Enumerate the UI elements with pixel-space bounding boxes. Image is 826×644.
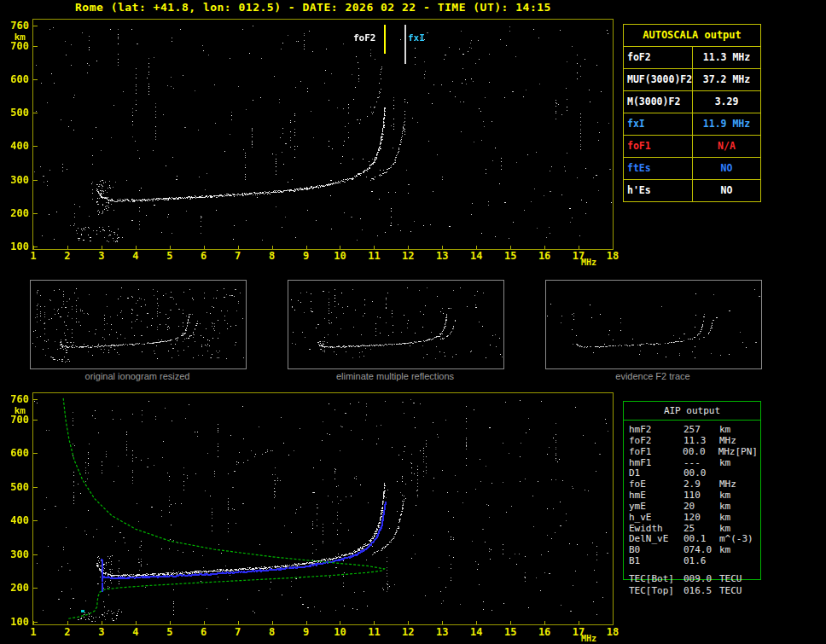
row-label: hmE (624, 490, 683, 502)
row-value: NO (693, 180, 760, 201)
x-axis-tick: 14 (462, 627, 490, 638)
row-unit: MHz (713, 436, 736, 447)
x-axis-tick: 6 (190, 627, 218, 638)
row-value: 11.3 MHz (693, 47, 760, 68)
table-row: foF1N/A (624, 136, 760, 158)
row-value: 11.3 (683, 436, 713, 447)
autoscala-table-title: AUTOSCALA output (624, 25, 760, 47)
x-axis-tick: 7 (224, 627, 252, 638)
x-axis-tick: 8 (259, 251, 286, 262)
x-axis-tick: 4 (122, 251, 149, 262)
y-axis-tick: 200 (0, 582, 29, 594)
y-axis-tick: 100 (0, 616, 29, 628)
row-unit: km (713, 490, 730, 502)
row-label: foF2 (624, 436, 683, 447)
aip-output-table: AIP output hmF2257kmfoF211.3MHzfoF100.0M… (623, 401, 761, 580)
thumbnail-caption-original: original ionogram resized (30, 371, 245, 381)
y-axis-tick: 600 (0, 73, 29, 85)
table-row: foF211.3 MHz (624, 47, 760, 69)
row-unit: km (713, 502, 730, 513)
x-axis-tick: 11 (360, 251, 387, 262)
table-row: ftEsNO (624, 158, 760, 180)
table-row: h'EsNO (624, 180, 760, 201)
row-label: h'Es (624, 180, 693, 201)
fof2-marker-label: foF2 (353, 33, 376, 44)
x-axis-tick: 4 (122, 627, 149, 638)
aip-table-title: AIP output (624, 402, 760, 421)
x-axis-tick: 12 (394, 627, 422, 638)
fxi-marker-label: fxI (408, 33, 425, 44)
row-value: 016.5 (683, 586, 713, 597)
x-axis-tick: 5 (156, 251, 183, 262)
x-axis-tick: 18 (599, 627, 626, 638)
y-axis-tick: 400 (0, 140, 29, 152)
x-axis-tick: 14 (462, 251, 490, 262)
x-axis-tick: 3 (88, 627, 115, 638)
thumbnail-eliminate-reflections (288, 280, 504, 369)
bottom-ionogram-plot (32, 392, 614, 625)
autoscala-table-body: foF211.3 MHzMUF(3000)F237.2 MHzM(3000)F2… (624, 47, 760, 201)
row-value: 11.9 MHz (693, 113, 760, 135)
row-label: ymE (624, 502, 683, 513)
x-axis-unit: MHz (581, 634, 596, 643)
x-axis-tick: 5 (156, 627, 183, 638)
row-value: 20 (683, 502, 713, 513)
top-ionogram-plot (32, 19, 614, 250)
row-value: 120 (683, 513, 713, 524)
x-axis-tick: 13 (428, 627, 456, 638)
y-axis-tick: 600 (0, 447, 29, 459)
x-axis-tick: 9 (293, 251, 320, 262)
table-row: TEC[Top]016.5TECU (624, 586, 760, 597)
row-unit: km (713, 458, 730, 469)
row-unit (713, 468, 719, 479)
row-label: hmF2 (624, 425, 683, 436)
x-axis-tick: 2 (54, 251, 81, 262)
thumbnail-canvas-evidence (547, 281, 760, 368)
y-axis-tick: 300 (0, 548, 29, 560)
row-unit: km (713, 513, 730, 524)
table-row: B101.6 (624, 556, 760, 567)
row-label: foF2 (624, 47, 693, 68)
row-label: TEC[Top] (624, 586, 683, 597)
row-unit: km (713, 425, 730, 436)
row-value: NO (693, 158, 760, 179)
row-unit: km (713, 545, 730, 556)
row-value: 37.2 MHz (693, 69, 760, 90)
thumbnail-canvas-original (32, 281, 245, 368)
autoscala-output-table: AUTOSCALA output foF211.3 MHzMUF(3000)F2… (623, 24, 761, 202)
autoscala-window: Rome (lat: +41.8, lon: 012.5) - DATE: 20… (0, 0, 826, 644)
x-axis-tick: 8 (259, 627, 286, 638)
row-unit: TECU (713, 574, 742, 585)
y-axis-tick: 200 (0, 207, 29, 219)
y-axis-tick: 400 (0, 514, 29, 526)
x-axis-tick: 10 (326, 251, 353, 262)
table-row: h_vE120km (624, 513, 760, 524)
row-label: h_vE (624, 513, 683, 524)
thumbnail-caption-evidence: evidence F2 trace (545, 371, 760, 381)
row-label: foF1 (624, 447, 683, 458)
x-axis-tick: 6 (190, 251, 218, 262)
row-label: TEC[Bot] (624, 574, 683, 585)
x-axis-tick: 3 (88, 251, 115, 262)
table-row: MUF(3000)F237.2 MHz (624, 69, 760, 91)
row-note: [PN] (736, 447, 761, 458)
thumbnail-evidence-f2 (545, 280, 762, 369)
table-row: foF100.0MHz[PN] (624, 447, 760, 458)
bottom-ionogram-canvas (33, 393, 613, 624)
y-axis-tick: 500 (0, 481, 29, 493)
x-axis-tick: 15 (497, 627, 524, 638)
top-ionogram-canvas (33, 20, 613, 249)
row-label: MUF(3000)F2 (624, 69, 693, 90)
x-axis-tick: 10 (326, 627, 353, 638)
x-axis-tick: 16 (531, 627, 558, 638)
x-axis-tick: 9 (293, 627, 320, 638)
row-value: 257 (683, 425, 713, 436)
y-axis-tick: 500 (0, 107, 29, 119)
x-axis-tick: 1 (20, 627, 47, 638)
x-axis-tick: 15 (497, 251, 524, 262)
row-label: fxI (624, 113, 693, 135)
y-axis-tick: 760 (0, 393, 29, 405)
table-row: hmE110km (624, 490, 760, 502)
aip-table-body: hmF2257kmfoF211.3MHzfoF100.0MHz[PN]hmF1-… (624, 421, 760, 567)
table-row: M(3000)F23.29 (624, 91, 760, 113)
